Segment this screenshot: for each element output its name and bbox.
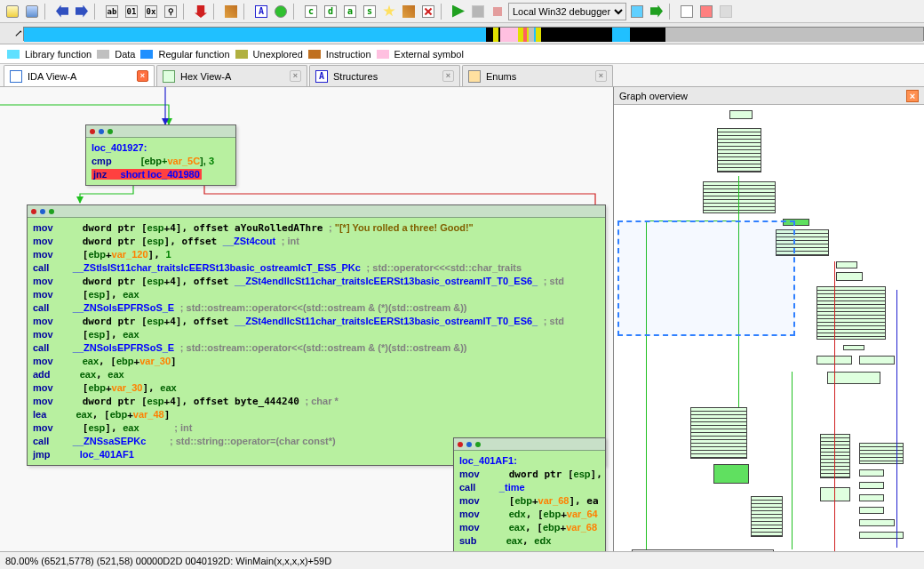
nav-band-segments[interactable] [23, 27, 924, 41]
nav-forward-button[interactable] [73, 3, 91, 20]
debug-stop-button[interactable] [489, 3, 506, 20]
open-file-button[interactable] [4, 3, 21, 20]
enums-icon [468, 70, 481, 83]
ida-view-icon [10, 70, 22, 83]
bb-code: mov dword ptr [esp+4], offset aYouRolled… [28, 218, 605, 465]
legend-lib-swatch [7, 50, 20, 59]
mini-edge [792, 372, 793, 549]
overview-viewport[interactable] [617, 220, 795, 336]
legend-lib-label: Library function [25, 49, 92, 60]
legend-external-label: External symbol [394, 49, 464, 60]
mini-node [859, 507, 884, 514]
mini-node [820, 434, 850, 478]
mini-node [859, 469, 884, 477]
nav-band-marker-icon [15, 30, 21, 36]
legend-unexplored-label: Unexplored [253, 49, 303, 60]
tab-close-icon[interactable]: × [137, 70, 148, 82]
favorite-button[interactable] [380, 3, 398, 20]
hex-view-icon [163, 70, 175, 83]
legend-regular-swatch [140, 50, 153, 59]
tab-close-icon[interactable]: × [595, 70, 607, 82]
bb-code: loc_401927: cmp [ebp+var_5C], 3 jnz shor… [86, 138, 235, 185]
navigation-band[interactable] [0, 23, 924, 44]
mini-node [729, 110, 753, 119]
mini-node [859, 519, 895, 526]
graph-overview-titlebar[interactable]: Graph overview × [614, 87, 924, 105]
structures-icon: A [315, 70, 328, 83]
status-bar: 80.00% (6521,5778) (521,58) 00000D2D 004… [0, 551, 924, 569]
mini-node [717, 128, 761, 172]
breakpoint-toggle-button[interactable] [272, 3, 290, 20]
window-remove-button[interactable] [717, 3, 735, 20]
find-bytes-button[interactable]: 01 [123, 3, 140, 20]
mini-edge [834, 261, 835, 551]
data-button[interactable]: d [322, 3, 339, 20]
debug-run-button[interactable] [450, 3, 467, 20]
legend-unexplored-swatch [235, 50, 248, 59]
window-list-button[interactable] [678, 3, 696, 20]
find-text-button[interactable]: ab [103, 3, 121, 20]
legend-instruction-swatch [308, 50, 321, 59]
main-area: loc_401927: cmp [ebp+var_5C], 3 jnz shor… [0, 87, 924, 551]
mini-node [836, 272, 863, 281]
mini-edge [896, 290, 897, 548]
string-button[interactable]: s [361, 3, 378, 20]
tab-enums-label: Enums [486, 71, 516, 82]
mini-node [690, 407, 747, 459]
tab-hex-view[interactable]: Hex View-A × [156, 65, 307, 86]
bb-titlebar [454, 438, 605, 451]
basic-block-loc401927[interactable]: loc_401927: cmp [ebp+var_5C], 3 jnz shor… [85, 124, 236, 186]
mini-node [816, 286, 886, 340]
jump-down-button[interactable] [192, 3, 210, 20]
window-add-button[interactable] [697, 3, 715, 20]
legend-data-swatch [97, 50, 109, 59]
debug-pause-button[interactable] [469, 3, 487, 20]
status-text: 80.00% (6521,5778) (521,58) 00000D2D 004… [5, 556, 331, 566]
legend-data-label: Data [115, 49, 135, 60]
mini-node [827, 372, 880, 384]
debugger-refresh-button[interactable] [628, 3, 646, 20]
graph-canvas[interactable]: loc_401927: cmp [ebp+var_5C], 3 jnz shor… [0, 87, 613, 551]
basic-block-main[interactable]: mov dword ptr [esp+4], offset aYouRolled… [27, 204, 606, 466]
tab-close-icon[interactable]: × [442, 70, 454, 82]
save-button[interactable] [23, 3, 41, 20]
tab-ida-view[interactable]: IDA View-A × [4, 65, 155, 86]
close-icon[interactable]: × [906, 90, 919, 102]
legend-bar: Library function Data Regular function U… [0, 44, 924, 64]
bb-code: loc_401AF1: mov dword ptr [esp], call _t… [454, 451, 605, 551]
debugger-select[interactable]: Local Win32 debugger [508, 3, 626, 20]
bb-titlebar [28, 205, 605, 218]
mini-node [703, 181, 776, 213]
legend-instruction-label: Instruction [326, 49, 371, 60]
find-string-button[interactable]: ⚲ [162, 3, 179, 20]
mini-node [751, 496, 783, 537]
bookmark-button[interactable]: A [252, 3, 270, 20]
mini-node [713, 464, 749, 484]
nav-back-button[interactable] [53, 3, 71, 20]
mini-node [836, 261, 857, 268]
tab-structures-label: Structures [333, 71, 378, 82]
highlight-button[interactable] [222, 3, 240, 20]
ascii-button[interactable]: a [341, 3, 359, 20]
legend-regular-label: Regular function [158, 49, 229, 60]
find-hex-button[interactable]: 0x [142, 3, 160, 20]
tab-ida-label: IDA View-A [28, 71, 76, 82]
tab-hex-label: Hex View-A [180, 71, 231, 82]
legend-external-swatch [377, 50, 389, 59]
tab-structures[interactable]: A Structures × [309, 65, 460, 86]
basic-block-loc401af1[interactable]: loc_401AF1: mov dword ptr [esp], call _t… [453, 437, 606, 551]
rename-button[interactable] [400, 3, 418, 20]
tab-close-icon[interactable]: × [290, 70, 301, 82]
bb-titlebar [86, 125, 235, 138]
code-button[interactable]: c [302, 3, 320, 20]
mini-node [820, 487, 850, 501]
delete-button[interactable] [419, 3, 437, 20]
graph-overview-canvas[interactable] [614, 105, 924, 551]
mini-node [859, 356, 895, 365]
debugger-attach-button[interactable] [648, 3, 665, 20]
graph-overview-title: Graph overview [619, 91, 688, 101]
mini-node [859, 494, 884, 501]
tab-enums[interactable]: Enums × [462, 65, 613, 86]
graph-overview-panel: Graph overview × [613, 87, 924, 551]
view-tabs: IDA View-A × Hex View-A × A Structures ×… [0, 64, 924, 87]
